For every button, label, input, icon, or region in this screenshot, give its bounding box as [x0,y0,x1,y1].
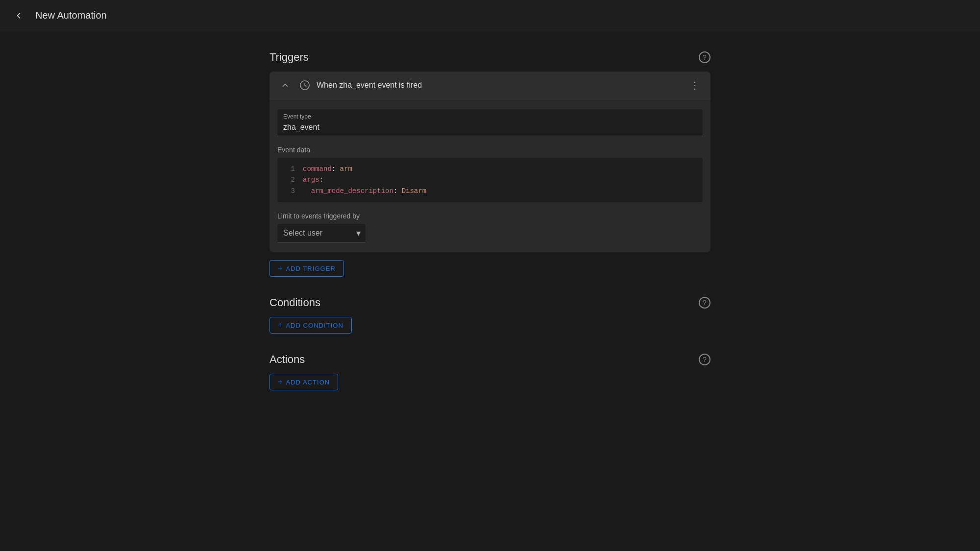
actions-section: Actions ? + ADD ACTION [270,353,710,390]
select-user-container: Select user ▾ [277,224,366,242]
triggers-help-icon[interactable]: ? [699,51,710,63]
event-data-label: Event data [277,146,703,154]
add-condition-label: ADD CONDITION [286,322,343,329]
code-line-3: 3 arm_mode_description: Disarm [283,186,697,196]
triggers-section: Triggers ? [270,51,710,277]
code-line-2: 2 args: [283,174,697,185]
add-action-button[interactable]: + ADD ACTION [270,374,338,390]
actions-section-header: Actions ? [270,353,710,366]
trigger-card-body: Event type Event data 1 command: arm 2 a… [270,99,710,252]
select-user-dropdown[interactable]: Select user [277,224,366,242]
trigger-card-header: When zha_event event is fired ⋮ [270,72,710,99]
back-button[interactable] [10,7,27,24]
add-trigger-button[interactable]: + ADD TRIGGER [270,260,344,277]
event-type-input[interactable] [277,109,703,136]
limit-label: Limit to events triggered by [277,212,703,220]
add-condition-button[interactable]: + ADD CONDITION [270,317,352,334]
actions-help-icon[interactable]: ? [699,354,710,365]
add-action-label: ADD ACTION [286,379,330,386]
content-wrapper: Triggers ? [270,51,710,410]
trigger-event-icon [297,77,313,93]
triggers-section-header: Triggers ? [270,51,710,64]
trigger-card: When zha_event event is fired ⋮ Event ty… [270,72,710,252]
event-type-field: Event type [277,109,703,136]
conditions-section-title: Conditions [270,296,320,309]
actions-section-title: Actions [270,353,305,366]
triggers-section-title: Triggers [270,51,309,64]
code-line-1: 1 command: arm [283,164,697,174]
app-header: New Automation [0,0,980,31]
trigger-more-button[interactable]: ⋮ [687,77,703,93]
page-title: New Automation [35,10,107,21]
main-content: Triggers ? [0,31,980,551]
conditions-help-icon[interactable]: ? [699,297,710,309]
conditions-section: Conditions ? + ADD CONDITION [270,296,710,334]
add-trigger-label: ADD TRIGGER [286,265,336,272]
conditions-section-header: Conditions ? [270,296,710,309]
collapse-button[interactable] [277,77,293,93]
trigger-label: When zha_event event is fired [317,81,687,90]
event-data-editor[interactable]: 1 command: arm 2 args: 3 arm_mode_descri… [277,158,703,202]
